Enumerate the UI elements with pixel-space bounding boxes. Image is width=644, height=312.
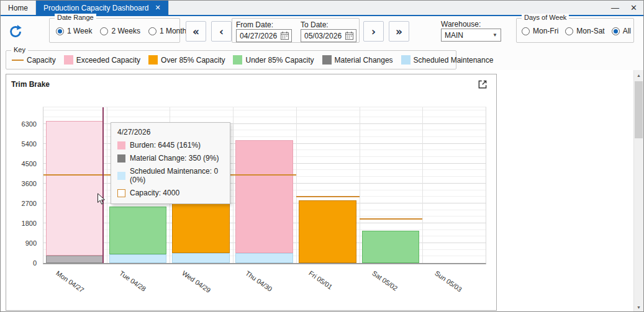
y-axis-label: 4500 — [22, 160, 37, 167]
warehouse-value: MAIN — [445, 31, 463, 40]
x-axis-label: Wed 04/29 — [181, 269, 212, 294]
to-date-label: To Date: — [301, 20, 329, 29]
tooltip-swatch — [117, 189, 125, 197]
key-color-swatch — [322, 55, 332, 65]
toolbar: Date Range 1 Week 2 Weeks 1 Month « ‹ Fr… — [1, 16, 643, 47]
key-color-swatch — [148, 55, 158, 65]
from-date-input[interactable]: 04/27/2026 — [236, 29, 292, 42]
warehouse-select[interactable]: MAIN ▼ — [441, 29, 501, 42]
key-item: Scheduled Maintenance — [401, 55, 494, 65]
refresh-button[interactable] — [6, 22, 25, 42]
capacity-line — [360, 218, 423, 220]
maintenance-segment[interactable] — [172, 253, 230, 263]
burden-segment[interactable] — [109, 207, 167, 254]
burden-segment[interactable] — [362, 231, 420, 263]
y-axis: 0900180027003600450054006300 — [6, 107, 40, 264]
burden-segment[interactable] — [299, 200, 356, 263]
trim-brake-panel: Trim Brake 0900180027003600450054006300 … — [6, 74, 497, 311]
key-line-swatch — [12, 60, 24, 61]
vertical-scrollbar[interactable]: ▲ ▼ — [633, 70, 643, 312]
column-gridline — [107, 107, 107, 263]
panel-title: Trim Brake — [11, 80, 50, 89]
to-date-input[interactable]: 05/03/2026 — [301, 29, 356, 42]
tooltip-swatch — [117, 172, 125, 180]
y-axis-label: 1800 — [22, 220, 37, 227]
y-axis-label: 900 — [25, 239, 37, 247]
maintenance-segment[interactable] — [235, 253, 293, 263]
capacity-line — [296, 196, 360, 197]
y-axis-label: 2700 — [22, 200, 37, 207]
key-bar: Key CapacityExceeded CapacityOver 85% Ca… — [1, 47, 643, 70]
scroll-up-icon[interactable]: ▲ — [634, 70, 643, 81]
x-axis-label: Tue 04/28 — [118, 269, 147, 293]
column-gridline — [422, 107, 423, 263]
radio-mon-fri[interactable]: Mon-Fri — [522, 27, 558, 35]
minimize-icon[interactable]: — — [611, 3, 619, 12]
warehouse-label: Warehouse: — [441, 20, 481, 29]
calendar-icon[interactable] — [280, 31, 289, 40]
column-gridline — [360, 107, 360, 263]
tooltip-swatch — [117, 154, 125, 163]
x-axis-label: Fri 05/01 — [307, 269, 333, 291]
tooltip-row-label: Scheduled Maintenance: 0 (0%) — [130, 167, 224, 184]
key-label: Over 85% Capacity — [161, 56, 225, 65]
plot-area: 4/27/2026 Burden: 6445 (161%)Material Ch… — [43, 107, 486, 264]
tab-home[interactable]: Home — [1, 1, 36, 15]
radio-1-week[interactable]: 1 Week — [56, 27, 92, 35]
previous-page-button[interactable]: ‹ — [211, 21, 232, 42]
radio-label: 2 Weeks — [111, 27, 140, 35]
gridline — [43, 110, 486, 110]
scrollbar-thumb[interactable] — [635, 81, 643, 138]
radio-icon — [522, 27, 530, 35]
first-page-button[interactable]: « — [186, 21, 206, 42]
key-color-swatch — [233, 55, 242, 65]
gridline — [43, 130, 486, 130]
next-page-button[interactable]: › — [363, 21, 384, 42]
radio-1-month[interactable]: 1 Month — [148, 27, 186, 35]
calendar-icon[interactable] — [345, 31, 354, 40]
chart-tooltip: 4/27/2026 Burden: 6445 (161%)Material Ch… — [111, 122, 230, 204]
radio-2-weeks[interactable]: 2 Weeks — [100, 27, 140, 35]
key-label: Material Changes — [335, 56, 393, 65]
open-in-window-icon — [476, 78, 489, 91]
date-fields-group: From Date: 04/27/2026 To Date: 05/03/202… — [232, 18, 360, 43]
maintenance-segment[interactable] — [109, 254, 167, 263]
tooltip-row-label: Capacity: 4000 — [130, 189, 179, 197]
refresh-icon — [8, 24, 23, 39]
key-label: Under 85% Capacity — [245, 56, 314, 65]
y-axis-label: 6300 — [22, 120, 37, 128]
tab-production-capacity-dashboard[interactable]: Production Capacity Dashboard ✕ — [36, 1, 169, 15]
close-icon[interactable]: ✕ — [630, 3, 637, 12]
x-axis-label: Sun 05/03 — [433, 269, 463, 293]
days-of-week-group: Days of Week Mon-Fri Mon-Sat All — [516, 18, 634, 43]
key-group: Key CapacityExceeded CapacityOver 85% Ca… — [6, 50, 456, 69]
column-gridline — [296, 107, 297, 263]
x-axis: Mon 04/27Tue 04/28Wed 04/29Thu 04/30Fri … — [43, 265, 486, 310]
key-item: Capacity — [12, 56, 56, 65]
last-page-button[interactable]: » — [389, 21, 409, 42]
radio-all[interactable]: All — [612, 27, 631, 35]
burden-segment[interactable] — [46, 121, 104, 256]
tab-bar: Home Production Capacity Dashboard ✕ — ✕ — [1, 1, 643, 15]
scroll-down-icon[interactable]: ▼ — [634, 302, 643, 312]
radio-mon-sat[interactable]: Mon-Sat — [565, 27, 604, 35]
from-date-value: 04/27/2026 — [240, 32, 277, 40]
key-item: Under 85% Capacity — [233, 55, 314, 65]
x-axis-label: Mon 04/27 — [55, 269, 85, 294]
burden-segment[interactable] — [235, 140, 293, 253]
radio-icon — [148, 27, 156, 35]
date-range-group: Date Range 1 Week 2 Weeks 1 Month — [49, 18, 180, 43]
tooltip-swatch — [117, 141, 125, 149]
tooltip-title: 4/27/2026 — [117, 128, 224, 136]
tooltip-row: Burden: 6445 (161%) — [117, 141, 224, 149]
key-item: Exceeded Capacity — [64, 55, 140, 65]
material-change-segment[interactable] — [46, 256, 104, 263]
days-of-week-group-label: Days of Week — [522, 14, 569, 21]
key-color-swatch — [64, 55, 73, 65]
key-label: Capacity — [27, 56, 56, 65]
tab-close-icon[interactable]: ✕ — [155, 4, 160, 11]
x-axis-label: Sat 05/02 — [371, 269, 399, 292]
expand-panel-button[interactable] — [476, 78, 489, 92]
mouse-cursor — [97, 193, 106, 205]
radio-label: 1 Month — [160, 27, 186, 35]
